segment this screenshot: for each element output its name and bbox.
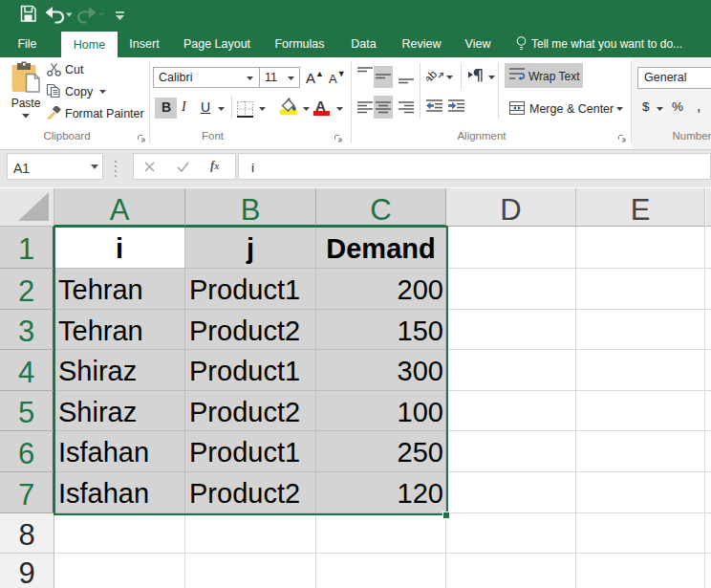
svg-text:ab: ab — [426, 67, 440, 81]
